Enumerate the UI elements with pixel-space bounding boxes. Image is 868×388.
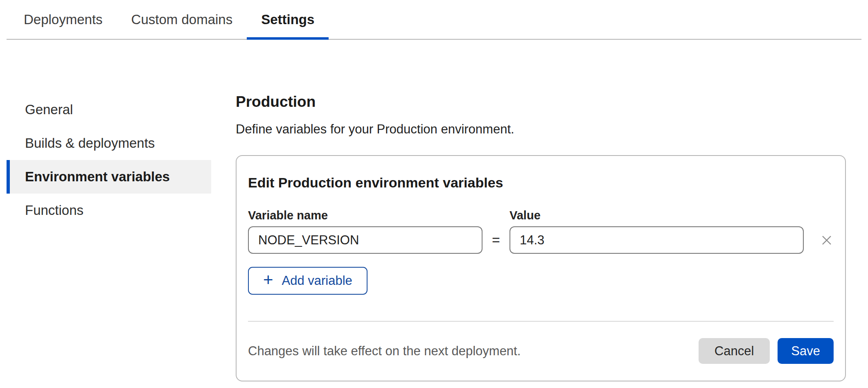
variable-name-label: Variable name — [248, 208, 482, 222]
footer-note: Changes will take effect on the next dep… — [248, 344, 699, 359]
add-variable-label: Add variable — [282, 273, 352, 288]
tab-bar: Deployments Custom domains Settings — [7, 0, 861, 40]
equals-sign: = — [482, 226, 510, 254]
sidebar-item-functions[interactable]: Functions — [7, 194, 211, 227]
settings-main: Production Define variables for your Pro… — [236, 93, 846, 381]
card-title: Edit Production environment variables — [248, 174, 834, 191]
sidebar-item-environment-variables[interactable]: Environment variables — [7, 160, 211, 194]
sidebar-item-builds-deployments[interactable]: Builds & deployments — [7, 126, 211, 160]
variable-value-column: Value — [510, 208, 804, 254]
plus-icon: + — [263, 271, 273, 289]
variable-value-input[interactable] — [510, 226, 804, 254]
page-title: Production — [236, 93, 846, 111]
add-variable-button[interactable]: + Add variable — [248, 267, 367, 295]
variable-name-input[interactable] — [248, 226, 482, 254]
remove-variable-button[interactable] — [820, 226, 834, 254]
save-button[interactable]: Save — [778, 338, 834, 364]
variable-name-column: Variable name — [248, 208, 482, 254]
cancel-button[interactable]: Cancel — [699, 338, 770, 364]
sidebar-item-general[interactable]: General — [7, 93, 211, 126]
tab-custom-domains[interactable]: Custom domains — [117, 0, 247, 39]
environment-variables-card: Edit Production environment variables Va… — [236, 155, 846, 381]
card-footer: Changes will take effect on the next dep… — [248, 322, 834, 380]
page-description: Define variables for your Production env… — [236, 122, 846, 137]
x-icon — [821, 234, 833, 246]
variable-row: Variable name = Value — [248, 208, 834, 254]
tab-settings[interactable]: Settings — [247, 0, 329, 39]
tab-deployments[interactable]: Deployments — [9, 0, 117, 39]
settings-sidebar: General Builds & deployments Environment… — [7, 93, 211, 227]
settings-layout: General Builds & deployments Environment… — [0, 40, 868, 381]
variable-value-label: Value — [510, 208, 804, 222]
